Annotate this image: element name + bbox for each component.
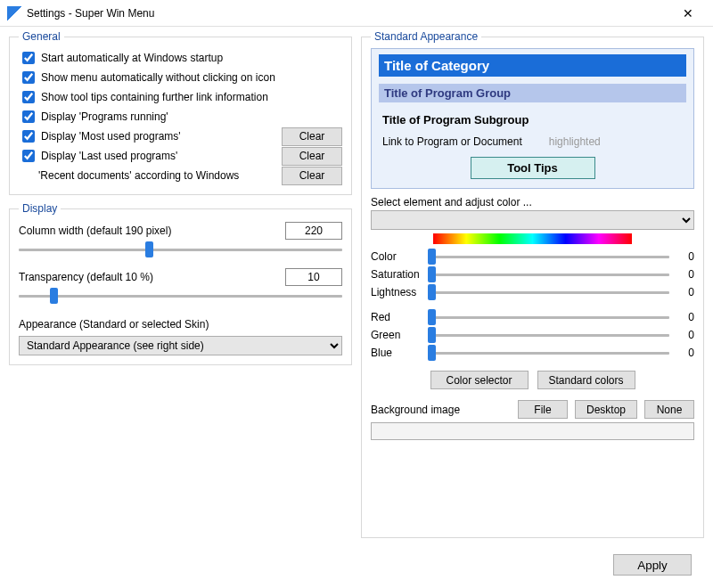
blue-slider[interactable] [428,343,669,363]
opt-startup: Start automatically at Windows startup [19,48,342,68]
opt-lastused: Display 'Last used programs' Clear [19,146,342,166]
opt-tooltips-checkbox[interactable] [22,91,35,103]
opt-automenu-label: Show menu automatically without clicking… [41,71,342,84]
clear-recentdocs-button[interactable]: Clear [282,167,342,185]
green-slider[interactable] [428,325,669,345]
saturation-slider[interactable] [428,265,669,284]
opt-tooltips-label: Show tool tips containing further link i… [41,91,342,103]
standard-appearance-group: Standard Appearance Title of Category Ti… [361,30,704,538]
app-icon [7,6,21,20]
close-icon: ✕ [683,6,693,20]
element-select[interactable] [371,210,694,230]
red-row: Red 0 [371,308,694,326]
standard-legend: Standard Appearance [371,30,481,43]
red-value: 0 [673,311,694,323]
opt-lastused-checkbox[interactable] [22,150,35,162]
appearance-label: Appearance (Standard or selected Skin) [19,318,342,331]
opt-startup-label: Start automatically at Windows startup [41,52,342,64]
opt-running-label: Display 'Programs running' [41,110,342,123]
preview-link-row[interactable]: Link to Program or Document highlighted [379,135,686,157]
preview-tooltip[interactable]: Tool Tips [471,157,595,179]
green-value: 0 [673,329,694,341]
bg-file-button[interactable]: File [518,400,568,419]
blue-label: Blue [371,347,424,359]
background-image-label: Background image [371,404,511,416]
opt-running-checkbox[interactable] [22,110,35,123]
bg-none-button[interactable]: None [644,400,694,419]
opt-mostused-checkbox[interactable] [22,130,35,143]
general-legend: General [19,30,64,43]
transparency-value[interactable]: 10 [285,268,342,286]
saturation-value: 0 [673,268,694,281]
display-legend: Display [19,202,61,215]
clear-lastused-button[interactable]: Clear [282,147,342,166]
color-value: 0 [673,250,694,263]
lightness-value: 0 [673,286,694,298]
opt-mostused: Display 'Most used programs' Clear [19,127,342,146]
lightness-row: Lightness 0 [371,283,694,301]
green-label: Green [371,329,424,341]
saturation-label: Saturation [371,268,424,281]
appearance-preview: Title of Category Title of Program Group… [371,48,694,189]
transparency-label: Transparency (default 10 %) [19,271,278,283]
general-group: General Start automatically at Windows s… [9,30,352,195]
background-path-field[interactable] [371,422,694,440]
opt-automenu: Show menu automatically without clicking… [19,68,342,87]
bg-desktop-button[interactable]: Desktop [575,400,637,419]
lightness-slider[interactable] [428,282,669,302]
preview-group[interactable]: Title of Program Group [379,84,686,102]
green-row: Green 0 [371,326,694,344]
column-width-slider[interactable] [19,240,342,259]
transparency-slider[interactable] [19,286,342,306]
color-label: Color [371,250,424,263]
opt-recentdocs-label: 'Recent documents' according to Windows [38,169,278,182]
opt-automenu-checkbox[interactable] [22,71,35,84]
blue-value: 0 [673,347,694,359]
blue-row: Blue 0 [371,344,694,362]
appearance-select[interactable]: Standard Appearance (see right side) [19,336,342,355]
color-row: Color 0 [371,248,694,265]
apply-button[interactable]: Apply [613,554,692,576]
opt-running: Display 'Programs running' [19,107,342,127]
opt-tooltips: Show tool tips containing further link i… [19,87,342,107]
opt-mostused-label: Display 'Most used programs' [41,130,278,143]
color-selector-button[interactable]: Color selector [430,371,529,389]
standard-colors-button[interactable]: Standard colors [537,371,635,389]
close-button[interactable]: ✕ [670,1,706,26]
preview-link: Link to Program or Document [382,135,522,148]
select-element-label: Select element and adjust color ... [371,196,694,208]
color-slider[interactable] [428,247,669,266]
column-width-label: Column width (default 190 pixel) [19,225,278,237]
title-bar: Settings - Super Win Menu ✕ [0,0,713,27]
display-group: Display Column width (default 190 pixel)… [9,202,352,365]
hue-gradient [433,233,632,244]
red-slider[interactable] [428,307,669,327]
column-width-value[interactable]: 220 [285,222,342,240]
lightness-label: Lightness [371,286,424,298]
window-title: Settings - Super Win Menu [27,7,670,20]
opt-recentdocs: 'Recent documents' according to Windows … [19,166,342,185]
preview-category[interactable]: Title of Category [379,54,686,77]
opt-lastused-label: Display 'Last used programs' [41,150,278,162]
saturation-row: Saturation 0 [371,265,694,283]
preview-highlighted: highlighted [549,135,601,148]
opt-startup-checkbox[interactable] [22,52,35,64]
preview-subgroup[interactable]: Title of Program Subgroup [379,111,686,128]
clear-mostused-button[interactable]: Clear [282,127,342,146]
red-label: Red [371,311,424,323]
